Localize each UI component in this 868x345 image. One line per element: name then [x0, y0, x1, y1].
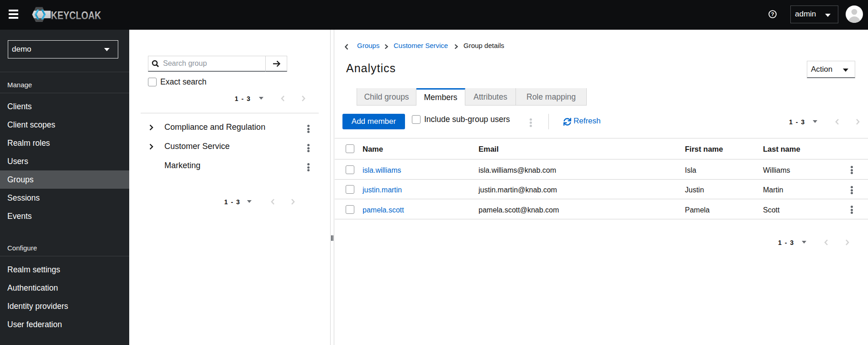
- svg-text:?: ?: [771, 11, 774, 17]
- svg-text:KEYCLOAK: KEYCLOAK: [51, 9, 101, 21]
